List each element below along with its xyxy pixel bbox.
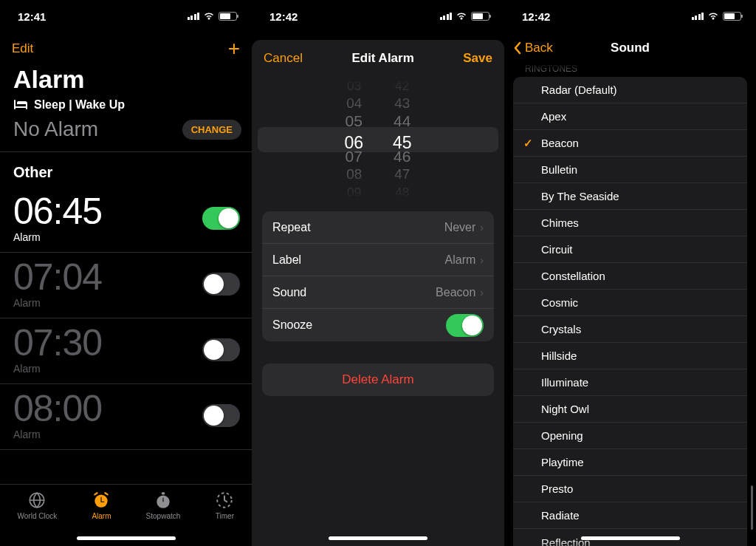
picker-value: 08 xyxy=(346,166,362,182)
back-label: Back xyxy=(525,41,553,55)
ringtone-item[interactable]: Presto xyxy=(513,476,747,502)
ringtone-item[interactable]: Opening xyxy=(513,423,747,449)
alarm-row[interactable]: 08:00Alarm xyxy=(0,384,252,450)
picker-value: 03 xyxy=(347,78,361,93)
wifi-icon xyxy=(707,12,719,21)
status-right xyxy=(440,12,490,21)
chevron-right-icon: › xyxy=(480,254,484,266)
ringtone-item[interactable]: Radiate xyxy=(513,502,747,529)
alarm-label: Alarm xyxy=(13,231,102,243)
label-key: Label xyxy=(272,253,301,267)
nav-bar: Edit + xyxy=(0,33,252,65)
ringtone-name: Chimes xyxy=(541,216,579,229)
alarm-label: Alarm xyxy=(13,297,102,309)
alarm-icon xyxy=(92,491,111,510)
battery-icon xyxy=(471,12,489,21)
snooze-switch[interactable] xyxy=(446,314,484,337)
alarm-switch[interactable] xyxy=(202,338,240,361)
picker-value: 43 xyxy=(394,95,410,112)
ringtone-item[interactable]: Night Owl xyxy=(513,396,747,423)
page-title: Alarm xyxy=(0,65,252,98)
alarm-switch[interactable] xyxy=(202,273,240,296)
sheet-title: Edit Alarm xyxy=(351,51,413,66)
label-row[interactable]: Label Alarm› xyxy=(262,244,494,276)
repeat-row[interactable]: Repeat Never› xyxy=(262,211,494,244)
edit-button[interactable]: Edit xyxy=(12,41,33,56)
ringtone-item[interactable]: Cosmic xyxy=(513,290,747,316)
label-value: Alarm xyxy=(445,253,476,267)
stopwatch-icon xyxy=(154,491,173,510)
repeat-value: Never xyxy=(444,221,476,234)
ringtone-item[interactable]: Chimes xyxy=(513,210,747,236)
alarm-switch[interactable] xyxy=(202,207,240,230)
delete-alarm-button[interactable]: Delete Alarm xyxy=(262,364,494,396)
tab-world-clock[interactable]: World Clock xyxy=(18,491,58,520)
ringtone-list: Radar (Default)Apex✓BeaconBulletinBy The… xyxy=(513,77,747,546)
time-picker[interactable]: 03040506070809 42434445464748 xyxy=(258,77,498,201)
ringtone-item[interactable]: Circuit xyxy=(513,236,747,263)
status-right xyxy=(188,12,238,21)
snooze-row: Snooze xyxy=(262,309,494,341)
change-button[interactable]: CHANGE xyxy=(182,120,241,140)
tab-alarm[interactable]: Alarm xyxy=(92,491,111,520)
section-header: Ringtones xyxy=(504,64,756,77)
cellular-icon xyxy=(440,13,453,20)
ringtone-name: Bulletin xyxy=(541,163,577,176)
home-indicator[interactable] xyxy=(329,536,427,540)
sound-value: Beacon xyxy=(436,286,475,299)
alarm-row[interactable]: 06:45Alarm xyxy=(0,187,252,253)
picker-value: 04 xyxy=(346,95,362,112)
alarm-options: Repeat Never› Label Alarm› Sound Beacon›… xyxy=(262,211,494,341)
add-alarm-button[interactable]: + xyxy=(228,38,240,59)
alarm-time: 06:45 xyxy=(13,193,102,230)
cancel-button[interactable]: Cancel xyxy=(264,51,303,66)
globe-icon xyxy=(27,491,47,510)
hour-column[interactable]: 03040506070809 xyxy=(344,77,363,201)
ringtone-item[interactable]: Playtime xyxy=(513,449,747,476)
ringtone-item[interactable]: By The Seaside xyxy=(513,183,747,210)
minute-column[interactable]: 42434445464748 xyxy=(393,77,412,201)
save-button[interactable]: Save xyxy=(463,51,492,66)
ringtone-item[interactable]: Constellation xyxy=(513,263,747,290)
tab-timer[interactable]: Timer xyxy=(215,491,234,520)
repeat-label: Repeat xyxy=(272,221,311,234)
sound-row[interactable]: Sound Beacon› xyxy=(262,276,494,309)
alarm-label: Alarm xyxy=(13,363,102,375)
nav-bar: Back Sound xyxy=(504,33,756,64)
ringtone-name: Cosmic xyxy=(541,296,578,309)
sheet-nav: Cancel Edit Alarm Save xyxy=(252,40,504,77)
ringtone-item[interactable]: Bulletin xyxy=(513,157,747,183)
ringtone-name: Circuit xyxy=(541,243,573,256)
back-button[interactable]: Back xyxy=(513,41,553,55)
alarm-time: 07:30 xyxy=(13,324,102,361)
ringtone-name: Hillside xyxy=(541,349,577,362)
ringtone-item[interactable]: Crystals xyxy=(513,316,747,343)
alarm-row[interactable]: 07:04Alarm xyxy=(0,253,252,318)
battery-icon xyxy=(723,12,741,21)
timer-icon xyxy=(215,491,234,510)
scroll-indicator[interactable] xyxy=(751,485,753,530)
tab-label: Stopwatch xyxy=(146,512,181,520)
ringtone-item[interactable]: Hillside xyxy=(513,343,747,369)
picker-value: 47 xyxy=(394,166,410,182)
snooze-label: Snooze xyxy=(272,318,312,332)
alarm-list-screen: 12:41 Edit + Alarm Sleep | Wake Up No Al… xyxy=(0,0,252,546)
home-indicator[interactable] xyxy=(581,536,680,540)
chevron-right-icon: › xyxy=(480,222,484,233)
ringtone-name: Presto xyxy=(541,482,573,495)
tab-label: World Clock xyxy=(18,512,58,520)
alarm-switch[interactable] xyxy=(202,404,240,427)
alarm-time: 07:04 xyxy=(13,259,102,296)
ringtone-item[interactable]: Apex xyxy=(513,103,747,130)
ringtone-item[interactable]: Radar (Default) xyxy=(513,77,747,103)
ringtone-item[interactable]: Illuminate xyxy=(513,369,747,396)
picker-value: 42 xyxy=(395,78,409,93)
home-indicator[interactable] xyxy=(77,536,176,540)
alarm-row[interactable]: 07:30Alarm xyxy=(0,318,252,384)
tab-stopwatch[interactable]: Stopwatch xyxy=(146,491,181,520)
ringtone-item[interactable]: ✓Beacon xyxy=(513,130,747,157)
battery-icon xyxy=(219,12,237,21)
status-bar: 12:42 xyxy=(504,0,756,33)
sleep-section-header: Sleep | Wake Up xyxy=(0,98,252,116)
bed-icon xyxy=(13,100,28,110)
